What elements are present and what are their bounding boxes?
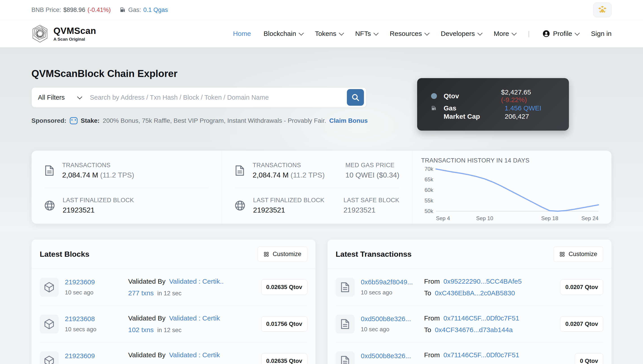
from-label: From <box>424 278 440 285</box>
bnb-price-label: BNB Price: <box>32 6 61 14</box>
gas-value[interactable]: 1.456 QWEI <box>505 104 541 112</box>
transactions-value: 2,084.74 M (11.2 TPS) <box>62 171 134 179</box>
from-address-link[interactable]: 0x71146C5F...0Df0c7F51 <box>443 314 519 322</box>
search-icon <box>351 93 360 102</box>
to-address-link[interactable]: 0x4CF34676...d73ab144a <box>435 363 513 364</box>
chevron-down-icon <box>477 30 483 36</box>
med-gas-price-value: 10 QWEI ($0.34) <box>346 171 399 179</box>
med-gas-price-label: MED GAS PRICE <box>346 162 399 169</box>
transaction-doc-icon <box>336 315 354 334</box>
qtov-change: (-9.22%) <box>501 96 527 104</box>
chart-title: TRANSACTION HISTORY IN 14 DAYS <box>421 157 602 164</box>
to-address-link[interactable]: 0x4CF34676...d73ab144a <box>435 326 513 334</box>
txns-link[interactable]: 277 txns <box>128 363 154 364</box>
safe-block-value: 21923521 <box>343 206 399 214</box>
nav-divider: | <box>528 30 530 38</box>
search-button[interactable] <box>347 89 364 106</box>
chevron-down-icon <box>575 30 580 36</box>
svg-text:55k: 55k <box>425 198 433 204</box>
from-address-link[interactable]: 0x71146C5F...0Df0c7F51 <box>443 351 519 359</box>
block-row: 21923609 10 sec ago Validated ByValidate… <box>40 269 307 306</box>
transaction-doc-icon <box>336 278 354 297</box>
chevron-down-icon <box>425 30 430 36</box>
block-number-link[interactable]: 21923609 <box>65 352 128 360</box>
safe-block-label: LAST SAFE BLOCK <box>343 197 399 204</box>
chevron-down-icon <box>77 94 82 100</box>
txn-hash-link[interactable]: 0xd500b8e326... <box>361 352 424 360</box>
nav-item-signin[interactable]: Sign in <box>591 30 611 38</box>
latest-blocks-card: Latest Blocks Customize 21923609 10 sec … <box>32 240 316 364</box>
search-input[interactable] <box>87 94 347 101</box>
to-address-link[interactable]: 0xC436Eb8A...2c0AB5830 <box>435 289 515 297</box>
transactions-label: TRANSACTIONS <box>253 162 325 169</box>
globe-icon <box>235 200 245 211</box>
block-number-link[interactable]: 21923608 <box>65 315 128 323</box>
network-stats-card: TRANSACTIONS 2,084.74 M (11.2 TPS) LAST … <box>32 150 611 224</box>
brand-logo-icon <box>32 24 49 43</box>
txn-hash-link[interactable]: 0xd500b8e326... <box>361 315 424 323</box>
latest-section: Latest Blocks Customize 21923609 10 sec … <box>0 240 643 364</box>
sponsor-text: 200% Bonus, 75k Raffle, Best VIP Program… <box>103 117 326 124</box>
gas-label: Gas: <box>128 6 141 14</box>
block-cube-icon <box>40 352 59 364</box>
nav-item-developers[interactable]: Developers <box>441 30 481 38</box>
main-nav: Home Blockchain Tokens NFTs Resources De… <box>233 30 611 38</box>
nav-item-more[interactable]: More <box>494 30 515 38</box>
bnb-price-change: (-0.41%) <box>88 6 111 14</box>
validated-by-label: Validated By <box>128 314 166 322</box>
svg-text:60k: 60k <box>425 187 433 193</box>
validator-link[interactable]: Validated : Certik <box>169 314 220 322</box>
finalized-block-value: 21923521 <box>253 206 324 214</box>
transaction-row: 0xd500b8e326... 10 sec ago From0x71146C5… <box>336 342 603 364</box>
txn-time: 10 secs ago <box>361 289 424 296</box>
txn-amount-badge: 0 Qtov <box>575 353 603 364</box>
bnb-price-value: $898.96 <box>63 6 85 14</box>
txn-hash-link[interactable]: 0x6b59a2f8049... <box>361 278 424 286</box>
finalized-block-value: 21923521 <box>63 206 134 214</box>
txns-link[interactable]: 102 txns <box>128 326 154 334</box>
customize-button[interactable]: Customize <box>553 246 603 262</box>
to-label: To <box>424 326 431 334</box>
block-number-link[interactable]: 21923609 <box>65 278 128 286</box>
finalized-block-label: LAST FINALIZED BLOCK <box>63 197 134 204</box>
transaction-row: 0x6b59a2f8049... 10 secs ago From0x95222… <box>336 269 603 306</box>
nav-item-tokens[interactable]: Tokens <box>315 30 343 38</box>
claim-bonus-link[interactable]: Claim Bonus <box>329 117 368 124</box>
nav-item-blockchain[interactable]: Blockchain <box>264 30 302 38</box>
nav-item-resources[interactable]: Resources <box>390 30 428 38</box>
validator-link[interactable]: Validated : Certik.. <box>169 278 224 285</box>
nav-item-nfts[interactable]: NFTs <box>355 30 377 38</box>
brand[interactable]: QVMScan A Scan Original <box>32 24 96 43</box>
txn-time: 10 sec ago <box>361 326 424 333</box>
customize-button[interactable]: Customize <box>258 246 307 262</box>
txn-amount-badge: 0.0207 Qtov <box>560 280 603 295</box>
gas-label: Gas <box>444 104 456 112</box>
validated-by-label: Validated By <box>128 351 166 359</box>
nav-item-profile[interactable]: Profile <box>542 30 578 38</box>
txns-link[interactable]: 277 txns <box>128 289 154 297</box>
from-address-link[interactable]: 0x95222290...5CC4BAfe5 <box>443 278 522 285</box>
to-label: To <box>424 289 431 297</box>
brand-name: QVMScan <box>54 26 96 36</box>
validator-link[interactable]: Validated : Certik <box>169 351 220 359</box>
latest-blocks-title: Latest Blocks <box>40 250 89 258</box>
bnb-chain-button[interactable] <box>593 2 611 17</box>
qtov-label: Qtov <box>444 92 459 100</box>
transaction-doc-icon <box>336 352 354 364</box>
block-reward-badge: 0.02635 Qtov <box>261 280 307 295</box>
finalized-block-label: LAST FINALIZED BLOCK <box>253 197 324 204</box>
svg-text:Sep 18: Sep 18 <box>541 215 558 221</box>
chevron-down-icon <box>299 30 304 36</box>
filters-dropdown[interactable]: All Filters <box>38 94 87 101</box>
qtov-coin-icon <box>431 93 437 99</box>
market-cap-label: Market Cap <box>444 113 480 120</box>
svg-text:70k: 70k <box>425 166 433 172</box>
page-title: QVMScanBlock Chain Explorer <box>32 47 611 79</box>
globe-icon <box>44 200 55 211</box>
block-cube-icon <box>40 315 59 334</box>
nav-item-home[interactable]: Home <box>233 30 251 38</box>
gas-value-link[interactable]: 0.1 Qgas <box>143 6 168 14</box>
block-reward-badge: 0.01756 Qtov <box>261 316 307 332</box>
to-label: To <box>424 363 431 364</box>
block-time: 10 sec ago <box>65 289 128 296</box>
